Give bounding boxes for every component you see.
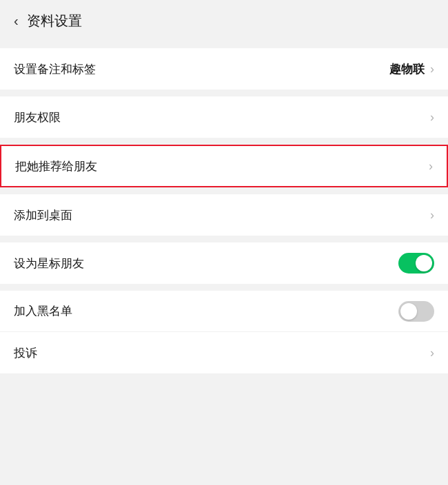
section-blacklist-complaint: 加入黑名单 投诉 › [0,291,448,373]
star-friend-label: 设为星标朋友 [14,256,84,271]
notes-tags-label: 设置备注和标签 [14,61,96,77]
toggle-knob [400,303,417,320]
header: ‹ 资料设置 [0,0,448,41]
add-to-desktop-item[interactable]: 添加到桌面 › [0,194,448,236]
star-friend-right [398,253,434,274]
star-friend-toggle[interactable] [398,253,434,274]
toggle-knob [416,255,432,271]
star-friend-item[interactable]: 设为星标朋友 [0,242,448,284]
complaint-right: › [430,346,434,360]
complaint-item[interactable]: 投诉 › [0,332,448,373]
chevron-icon: › [430,110,434,125]
back-button[interactable]: ‹ [14,13,19,29]
notes-tags-value: 趣物联 [389,61,425,77]
notes-tags-item[interactable]: 设置备注和标签 趣物联 › [0,48,448,90]
blacklist-item[interactable]: 加入黑名单 [0,291,448,332]
chevron-icon: › [429,159,433,174]
recommend-friend-label: 把她推荐给朋友 [15,158,97,174]
friend-permissions-right: › [430,110,434,125]
section-permissions: 朋友权限 › [0,96,448,138]
section-notes: 设置备注和标签 趣物联 › [0,48,448,90]
blacklist-label: 加入黑名单 [14,303,72,319]
recommend-friend-right: › [429,159,433,174]
page-title: 资料设置 [27,12,82,30]
chevron-icon: › [430,62,434,76]
section-desktop: 添加到桌面 › [0,194,448,236]
section-recommend: 把她推荐给朋友 › [0,145,448,187]
chevron-icon: › [430,346,434,360]
chevron-icon: › [430,208,434,223]
blacklist-toggle[interactable] [398,301,434,322]
add-to-desktop-label: 添加到桌面 [14,207,72,223]
section-star: 设为星标朋友 [0,242,448,284]
blacklist-right [398,301,434,322]
friend-permissions-label: 朋友权限 [14,110,61,125]
add-to-desktop-right: › [430,208,434,223]
complaint-label: 投诉 [14,345,37,361]
recommend-friend-item[interactable]: 把她推荐给朋友 › [1,146,447,186]
notes-tags-right: 趣物联 › [389,61,434,77]
friend-permissions-item[interactable]: 朋友权限 › [0,96,448,138]
